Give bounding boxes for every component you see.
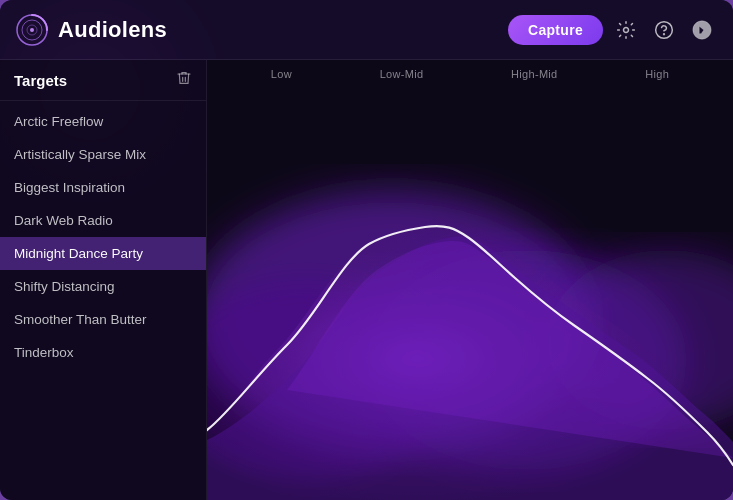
sidebar-item-tinderbox[interactable]: Tinderbox (0, 336, 206, 369)
freq-low: Low (271, 68, 292, 80)
spectrum-visualization (207, 60, 733, 500)
settings-icon (616, 20, 636, 40)
delete-icon[interactable] (176, 70, 192, 90)
main-content: Targets Arctic FreeflowArtistically Spar… (0, 60, 733, 500)
sidebar-item-smoother-than-butter[interactable]: Smoother Than Butter (0, 303, 206, 336)
sidebar-item-dark-web-radio[interactable]: Dark Web Radio (0, 204, 206, 237)
freq-high-mid: High-Mid (511, 68, 557, 80)
plugin-icon (691, 19, 713, 41)
svg-point-5 (656, 21, 673, 38)
header-right: Capture (508, 15, 717, 45)
capture-button[interactable]: Capture (508, 15, 603, 45)
settings-button[interactable] (611, 15, 641, 45)
header-left: Audiolens (16, 14, 167, 46)
logo-icon (16, 14, 48, 46)
svg-point-4 (624, 27, 629, 32)
sidebar-item-midnight-dance-party[interactable]: Midnight Dance Party (0, 237, 206, 270)
plugin-button[interactable] (687, 15, 717, 45)
sidebar-item-biggest-inspiration[interactable]: Biggest Inspiration (0, 171, 206, 204)
freq-labels: Low Low-Mid High-Mid High (207, 68, 733, 80)
sidebar-list: Arctic FreeflowArtistically Sparse MixBi… (0, 101, 206, 500)
svg-point-3 (30, 28, 34, 32)
sidebar-title: Targets (14, 72, 67, 89)
app-title: Audiolens (58, 17, 167, 43)
help-icon (654, 20, 674, 40)
visualizer: Low Low-Mid High-Mid High (207, 60, 733, 500)
sidebar-item-shifty-distancing[interactable]: Shifty Distancing (0, 270, 206, 303)
freq-high: High (645, 68, 669, 80)
app-window: Audiolens Capture (0, 0, 733, 500)
svg-point-6 (664, 33, 665, 34)
header: Audiolens Capture (0, 0, 733, 60)
freq-low-mid: Low-Mid (380, 68, 424, 80)
help-button[interactable] (649, 15, 679, 45)
sidebar-header: Targets (0, 60, 206, 101)
sidebar-item-artistically-sparse[interactable]: Artistically Sparse Mix (0, 138, 206, 171)
sidebar-item-arctic-freeflow[interactable]: Arctic Freeflow (0, 105, 206, 138)
sidebar: Targets Arctic FreeflowArtistically Spar… (0, 60, 207, 500)
